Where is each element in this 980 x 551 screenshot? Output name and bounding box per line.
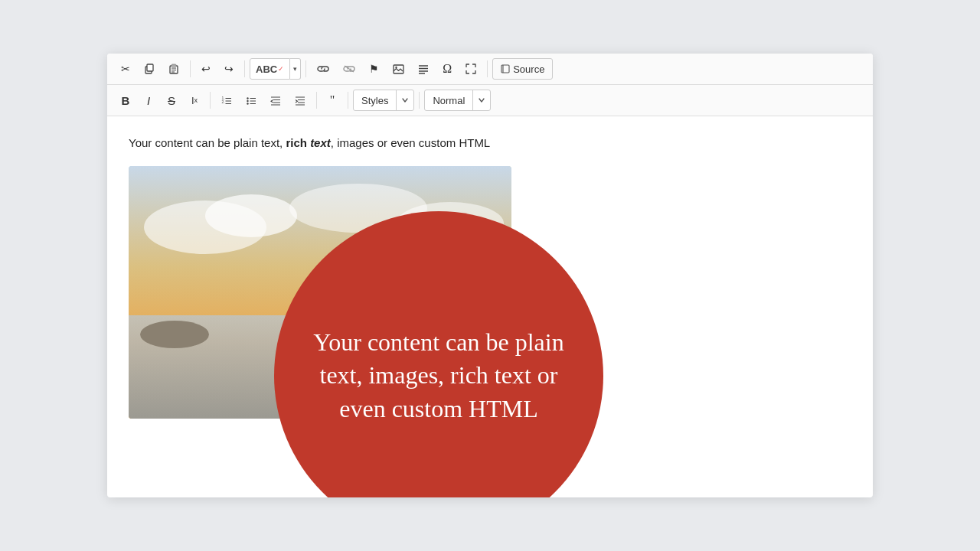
anchor-button[interactable]: ⚑: [363, 58, 385, 80]
svg-rect-3: [172, 64, 176, 67]
link-button[interactable]: [311, 58, 335, 80]
intro-text-rest: , images or even custom HTML: [331, 136, 490, 149]
indent-button[interactable]: [289, 90, 312, 111]
styles-arrow-icon[interactable]: [397, 90, 413, 110]
svg-point-37: [205, 194, 297, 237]
intro-text-plain: Your content can be plain text,: [129, 136, 286, 149]
special-chars-button[interactable]: Ω: [436, 58, 458, 80]
intro-text-bold-italic: text: [310, 136, 331, 149]
toolbar-row1: ✂ ↩ ↪ ABC ✓ ▾: [107, 54, 873, 85]
editor-content: Your content can be plain text, rich tex…: [107, 116, 873, 468]
svg-point-21: [247, 97, 248, 99]
toolbar-row2: B I S Ix 1. 2.: [107, 85, 873, 116]
svg-point-9: [395, 66, 397, 67]
cut-button[interactable]: ✂: [115, 58, 136, 80]
styles-dropdown[interactable]: Styles: [353, 90, 414, 111]
blockquote-button[interactable]: ": [322, 90, 343, 111]
fullscreen-button[interactable]: [459, 58, 482, 80]
redo-button[interactable]: ↪: [218, 58, 240, 80]
divider2: [244, 60, 245, 77]
spellcheck-arrow-button[interactable]: ▾: [290, 58, 301, 80]
normal-dropdown[interactable]: Normal: [424, 90, 491, 111]
svg-point-23: [247, 103, 248, 104]
bold-button[interactable]: B: [115, 90, 136, 111]
normal-arrow-icon[interactable]: [473, 90, 490, 110]
intro-text-bold: rich: [286, 136, 310, 149]
spellcheck-group: ABC ✓ ▾: [250, 58, 301, 80]
source-button-label: Source: [513, 64, 544, 75]
ordered-list-button[interactable]: 1. 2.: [215, 90, 238, 111]
source-icon: [501, 64, 510, 73]
intro-paragraph: Your content can be plain text, rich tex…: [129, 135, 557, 152]
italic-button[interactable]: I: [138, 90, 159, 111]
outdent-button[interactable]: [264, 90, 287, 111]
divider3: [305, 60, 306, 77]
bubble-text: Your content can be plain text, images, …: [312, 326, 565, 425]
svg-text:2.: 2.: [222, 99, 225, 103]
spellcheck-button[interactable]: ABC ✓: [250, 58, 290, 80]
image-button[interactable]: [387, 58, 410, 80]
svg-point-22: [247, 99, 248, 101]
divider8: [419, 92, 420, 109]
divider7: [348, 92, 348, 109]
svg-rect-1: [147, 64, 153, 71]
divider1: [190, 60, 191, 77]
source-button[interactable]: Source: [492, 58, 553, 80]
unordered-list-button[interactable]: [240, 90, 263, 111]
clear-formatting-button[interactable]: Ix: [184, 90, 205, 111]
divider4: [487, 60, 488, 77]
unlink-button[interactable]: [337, 58, 361, 80]
align-button[interactable]: [412, 58, 435, 80]
strikethrough-button[interactable]: S: [161, 90, 182, 111]
paste-button[interactable]: [162, 58, 185, 80]
editor-container: ✂ ↩ ↪ ABC ✓ ▾: [107, 54, 873, 497]
styles-label: Styles: [354, 90, 397, 110]
undo-button[interactable]: ↩: [195, 58, 217, 80]
divider6: [316, 92, 317, 109]
divider5: [210, 92, 211, 109]
normal-label: Normal: [425, 90, 473, 110]
copy-button[interactable]: [138, 58, 161, 80]
svg-point-41: [140, 321, 209, 348]
